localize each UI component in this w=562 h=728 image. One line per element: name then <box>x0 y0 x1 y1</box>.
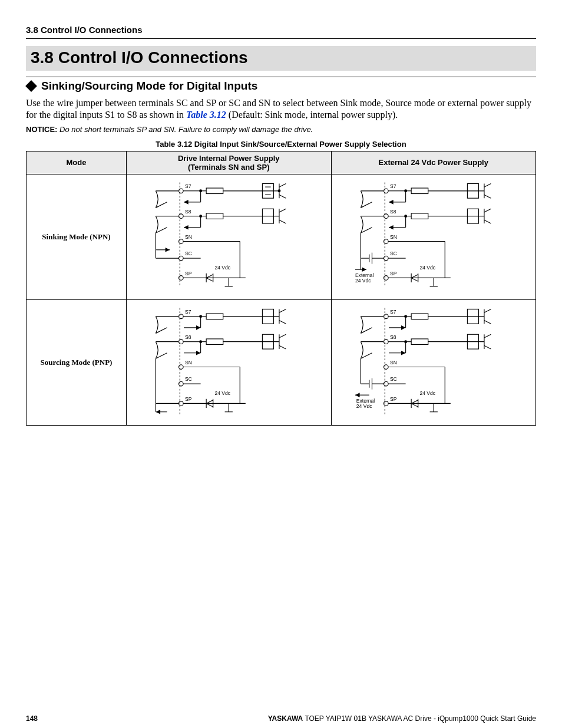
svg-marker-194 <box>401 351 406 355</box>
svg-text:External: External <box>356 397 375 403</box>
svg-text:SN: SN <box>389 360 396 365</box>
svg-line-87 <box>484 220 490 223</box>
svg-marker-125 <box>196 325 201 330</box>
page-number: 148 <box>26 714 38 723</box>
notice-label: NOTICE: <box>26 125 57 134</box>
svg-line-182 <box>484 320 490 324</box>
svg-text:24 Vdc: 24 Vdc <box>419 390 435 396</box>
svg-rect-25 <box>206 213 223 219</box>
svg-text:S7: S7 <box>389 309 396 315</box>
svg-text:SN: SN <box>185 234 192 240</box>
svg-point-199 <box>384 365 388 370</box>
sub-rule <box>26 77 536 77</box>
svg-text:24 Vdc: 24 Vdc <box>214 265 230 271</box>
svg-text:SP: SP <box>389 271 396 276</box>
svg-text:S8: S8 <box>185 334 191 340</box>
th-external: External 24 Vdc Power Supply <box>331 151 536 174</box>
svg-point-168 <box>384 314 388 319</box>
svg-point-115 <box>178 314 183 319</box>
table-caption: Table 3.12 Digital Input Sink/Source/Ext… <box>26 140 536 149</box>
svg-point-20 <box>178 214 183 219</box>
table-row: Sinking Mode (NPN) S7 <box>27 174 536 299</box>
svg-point-57 <box>384 189 388 193</box>
svg-point-104 <box>384 276 388 281</box>
svg-text:SN: SN <box>389 234 396 240</box>
svg-line-198 <box>484 345 490 349</box>
svg-rect-62 <box>411 188 428 194</box>
svg-line-145 <box>279 345 286 349</box>
svg-line-17 <box>279 195 286 198</box>
footer-right: YASKAWA TOEP YAIP1W 01B YASKAWA AC Drive… <box>268 714 536 723</box>
diagram-sourcing-external: S7 S8 <box>331 299 536 425</box>
svg-point-146 <box>178 365 183 370</box>
section-title: 3.8 Control I/O Connections <box>26 46 536 71</box>
th-internal-l1: Drive Internal Power Supply <box>129 154 329 163</box>
schematic-icon: S7 S8 <box>333 302 535 420</box>
page-footer: 148 YASKAWA TOEP YAIP1W 01B YASKAWA AC D… <box>26 714 536 723</box>
notice-msg: Do not short terminals SP and SN. Failur… <box>59 125 313 134</box>
svg-text:24 Vdc: 24 Vdc <box>214 390 230 396</box>
th-internal-l2: (Terminals SN and SP) <box>129 163 329 172</box>
intro-paragraph: Use the wire jumper between terminals SC… <box>26 97 536 121</box>
svg-marker-141 <box>196 351 201 355</box>
svg-text:SC: SC <box>389 251 396 256</box>
svg-line-128 <box>279 309 286 312</box>
svg-marker-40 <box>166 248 170 252</box>
svg-text:S8: S8 <box>389 209 396 215</box>
svg-text:S8: S8 <box>185 209 191 215</box>
svg-rect-173 <box>411 314 428 319</box>
mode-table: Mode Drive Internal Power Supply (Termin… <box>26 151 536 426</box>
svg-point-46 <box>178 276 183 281</box>
footer-brand: YASKAWA <box>268 714 303 723</box>
svg-marker-100 <box>362 267 366 272</box>
table-ref-link[interactable]: Table 3.12 <box>186 110 226 120</box>
svg-marker-83 <box>389 225 394 230</box>
svg-line-33 <box>279 209 286 212</box>
svg-text:24 Vdc: 24 Vdc <box>356 403 372 409</box>
svg-text:SC: SC <box>185 251 192 256</box>
svg-point-131 <box>178 340 183 344</box>
diamond-icon <box>25 80 37 92</box>
svg-line-144 <box>279 334 286 338</box>
svg-point-1 <box>178 189 183 193</box>
svg-rect-6 <box>206 188 223 194</box>
th-internal: Drive Internal Power Supply (Terminals S… <box>127 151 332 174</box>
diagram-sinking-external: S7 S8 <box>331 174 536 299</box>
svg-line-16 <box>279 183 286 187</box>
svg-marker-67 <box>389 200 394 205</box>
mode-cell-sinking: Sinking Mode (NPN) <box>27 174 127 299</box>
svg-rect-189 <box>411 339 428 345</box>
svg-point-35 <box>178 239 183 244</box>
header-rule <box>26 38 536 39</box>
svg-point-215 <box>384 401 388 406</box>
diagram-sinking-internal: S7 <box>127 174 332 299</box>
svg-text:SN: SN <box>185 360 192 365</box>
svg-marker-212 <box>355 393 359 397</box>
th-mode: Mode <box>27 151 127 174</box>
svg-rect-136 <box>206 339 223 345</box>
svg-marker-11 <box>184 200 189 205</box>
svg-rect-78 <box>411 213 428 219</box>
svg-point-184 <box>384 340 388 344</box>
svg-point-149 <box>178 381 183 386</box>
svg-marker-165 <box>156 410 160 414</box>
mode-cell-sourcing: Sourcing Mode (PNP) <box>27 299 127 425</box>
svg-text:S7: S7 <box>389 183 396 189</box>
svg-line-197 <box>484 334 490 338</box>
svg-text:24 Vdc: 24 Vdc <box>419 265 435 271</box>
svg-text:SP: SP <box>389 396 396 402</box>
schematic-icon: S7 S8 <box>128 302 330 420</box>
svg-line-70 <box>484 183 490 187</box>
svg-text:24 Vdc: 24 Vdc <box>355 278 371 284</box>
svg-marker-30 <box>184 225 189 230</box>
subheading: Sinking/Sourcing Mode for Digital Inputs <box>26 80 536 93</box>
running-header: 3.8 Control I/O Connections <box>26 25 536 35</box>
svg-text:S7: S7 <box>185 309 191 315</box>
svg-line-71 <box>484 195 490 198</box>
schematic-icon: S7 <box>128 177 330 295</box>
schematic-icon: S7 S8 <box>333 177 535 295</box>
svg-point-18 <box>278 190 280 192</box>
notice: NOTICE: Do not short terminals SP and SN… <box>26 125 536 134</box>
intro-text-b: (Default: Sink mode, internal power supp… <box>229 110 398 120</box>
svg-text:SP: SP <box>185 271 192 276</box>
